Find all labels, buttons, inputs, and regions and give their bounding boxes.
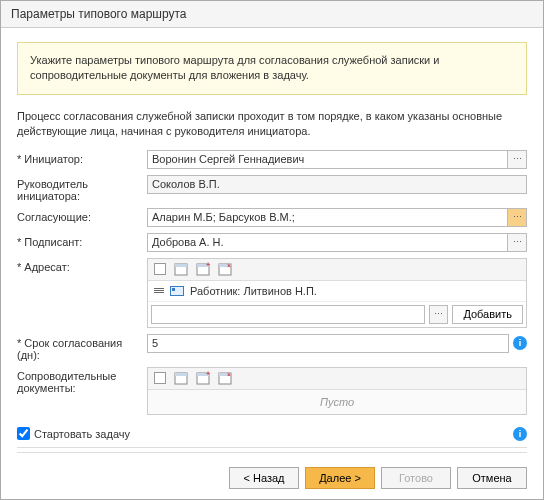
addressee-add-input[interactable] xyxy=(151,305,425,324)
docs-select-all-checkbox[interactable] xyxy=(154,372,166,384)
addressee-label: * Адресат: xyxy=(17,258,147,273)
content-area: Укажите параметры типового маршрута для … xyxy=(1,28,543,457)
start-task-checkbox[interactable] xyxy=(17,427,30,440)
signer-label: * Подписант: xyxy=(17,233,147,248)
notice-panel: Укажите параметры типового маршрута для … xyxy=(17,42,527,95)
next-button[interactable]: Далее > xyxy=(305,467,375,489)
footer-buttons: < Назад Далее > Готово Отмена xyxy=(1,457,543,499)
svg-text:×: × xyxy=(227,371,231,378)
add-button[interactable]: Добавить xyxy=(452,305,523,324)
manager-input: Соколов В.П. xyxy=(147,175,527,194)
addressee-value: Работник: Литвинов Н.П. xyxy=(190,285,317,297)
initiator-input[interactable]: Воронин Сергей Геннадиевич xyxy=(147,150,508,169)
addressee-toolbar: + × xyxy=(148,259,526,281)
title-bar: Параметры типового маршрута xyxy=(1,1,543,28)
back-button[interactable]: < Назад xyxy=(229,467,299,489)
done-button: Готово xyxy=(381,467,451,489)
svg-rect-9 xyxy=(175,373,187,376)
select-all-checkbox[interactable] xyxy=(154,263,166,275)
initiator-picker-button[interactable]: ⋯ xyxy=(508,150,527,169)
approvers-label: Согласующие: xyxy=(17,208,147,223)
process-description: Процесс согласования служебной записки п… xyxy=(17,109,527,140)
person-card-icon xyxy=(170,286,184,296)
approvers-picker-button[interactable]: ⋯ xyxy=(508,208,527,227)
start-task-row: Стартовать задачу i xyxy=(17,421,527,448)
manager-label: Руководитель инициатора: xyxy=(17,175,147,202)
signer-picker-button[interactable]: ⋯ xyxy=(508,233,527,252)
svg-text:+: + xyxy=(206,371,210,377)
cancel-button[interactable]: Отмена xyxy=(457,467,527,489)
signer-input[interactable]: Доброва А. Н. xyxy=(147,233,508,252)
docs-empty: Пусто xyxy=(148,390,526,414)
deadline-label: * Срок согласования (дн): xyxy=(17,334,147,361)
list-icon xyxy=(154,288,164,293)
svg-text:+: + xyxy=(206,262,210,268)
calendar-add-icon[interactable]: + xyxy=(196,262,210,276)
window-title: Параметры типового маршрута xyxy=(11,7,187,21)
start-info-icon[interactable]: i xyxy=(513,427,527,441)
addressee-panel: + × Работник: Литвинов Н.П. ⋯ Добавить xyxy=(147,258,527,328)
divider xyxy=(17,452,527,453)
dialog-window: Параметры типового маршрута Укажите пара… xyxy=(0,0,544,500)
info-icon[interactable]: i xyxy=(513,336,527,350)
deadline-input[interactable]: 5 xyxy=(147,334,509,353)
docs-calendar-add-icon[interactable]: + xyxy=(196,371,210,385)
svg-text:×: × xyxy=(227,262,231,269)
addressee-row[interactable]: Работник: Литвинов Н.П. xyxy=(148,281,526,302)
docs-panel: + × Пусто xyxy=(147,367,527,415)
docs-calendar-icon[interactable] xyxy=(174,371,188,385)
initiator-label: * Инициатор: xyxy=(17,150,147,165)
docs-label: Сопроводительные документы: xyxy=(17,367,147,394)
docs-toolbar: + × xyxy=(148,368,526,390)
svg-rect-1 xyxy=(175,264,187,267)
approvers-input[interactable]: Аларин М.Б; Барсуков В.М.; xyxy=(147,208,508,227)
calendar-remove-icon[interactable]: × xyxy=(218,262,232,276)
start-task-label: Стартовать задачу xyxy=(34,428,130,440)
addressee-add-picker[interactable]: ⋯ xyxy=(429,305,448,324)
calendar-icon[interactable] xyxy=(174,262,188,276)
docs-calendar-remove-icon[interactable]: × xyxy=(218,371,232,385)
